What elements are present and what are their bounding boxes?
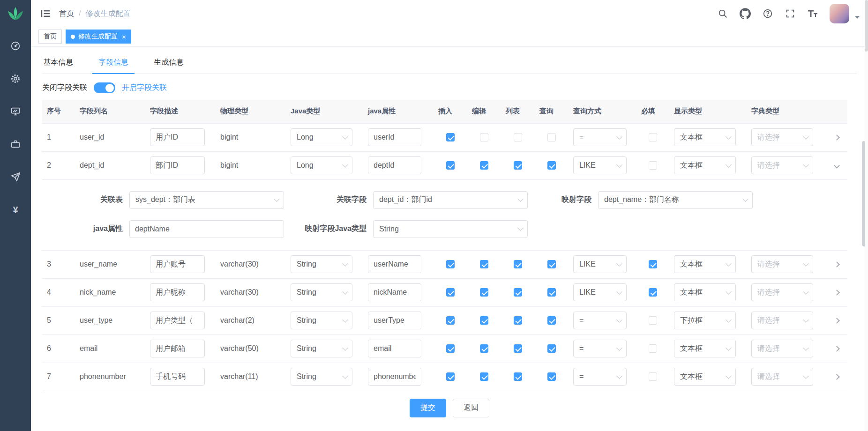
list-checkbox[interactable] [514, 372, 522, 381]
github-icon[interactable] [740, 8, 751, 19]
breadcrumb-home[interactable]: 首页 [59, 9, 74, 19]
field-relation-toggle[interactable] [94, 82, 115, 93]
search-icon[interactable] [717, 8, 728, 19]
tag-edit-gen-config[interactable]: 修改生成配置 × [66, 30, 131, 44]
list-checkbox[interactable] [514, 288, 522, 297]
display-type-select[interactable]: 文本框 [674, 128, 736, 146]
edit-checkbox[interactable] [480, 133, 488, 141]
query-type-select[interactable]: LIKE [573, 156, 627, 174]
required-checkbox[interactable] [649, 288, 657, 297]
list-checkbox[interactable] [514, 316, 522, 325]
java-type-select[interactable]: Long [291, 156, 352, 174]
required-checkbox[interactable] [649, 316, 657, 325]
java-type-select[interactable]: String [291, 312, 352, 329]
list-checkbox[interactable] [514, 260, 522, 268]
field-description-input[interactable] [150, 255, 205, 273]
detail-java-attr-input[interactable] [129, 220, 284, 238]
edit-checkbox[interactable] [480, 260, 488, 268]
display-type-select[interactable]: 文本框 [674, 340, 736, 357]
font-size-icon[interactable] [807, 8, 818, 19]
expand-row-icon[interactable] [834, 134, 840, 141]
field-description-input[interactable] [150, 368, 205, 386]
tab-field-info[interactable]: 字段信息 [86, 52, 141, 74]
insert-checkbox[interactable] [446, 260, 455, 268]
dict-type-select[interactable]: 请选择 [751, 255, 813, 273]
page-scrollbar[interactable] [865, 0, 868, 431]
query-type-select[interactable]: = [573, 312, 627, 329]
field-description-input[interactable] [150, 156, 205, 174]
gear-icon[interactable] [10, 73, 21, 84]
query-checkbox[interactable] [547, 288, 556, 297]
display-type-select[interactable]: 文本框 [674, 156, 736, 174]
insert-checkbox[interactable] [446, 316, 455, 325]
insert-checkbox[interactable] [446, 133, 455, 141]
java-type-select[interactable]: String [291, 283, 352, 301]
java-attribute-input[interactable] [368, 283, 421, 301]
edit-checkbox[interactable] [480, 344, 488, 353]
java-attribute-input[interactable] [368, 368, 421, 386]
expand-row-icon[interactable] [834, 318, 840, 324]
app-logo[interactable] [0, 0, 31, 29]
java-attribute-input[interactable] [368, 340, 421, 357]
collapse-row-icon[interactable] [834, 163, 840, 169]
insert-checkbox[interactable] [446, 288, 455, 297]
fullscreen-icon[interactable] [785, 8, 796, 19]
query-type-select[interactable]: LIKE [573, 255, 627, 273]
send-icon[interactable] [10, 171, 21, 183]
map-field-select[interactable]: dept_name：部门名称 [598, 191, 753, 209]
caret-down-icon[interactable] [855, 16, 860, 19]
submit-button[interactable]: 提交 [410, 399, 446, 417]
page-scrollbar-thumb[interactable] [865, 0, 868, 52]
dict-type-select[interactable]: 请选择 [751, 368, 813, 386]
back-button[interactable]: 返回 [453, 399, 489, 417]
query-checkbox[interactable] [547, 372, 556, 381]
field-description-input[interactable] [150, 340, 205, 357]
java-type-select[interactable]: Long [291, 128, 352, 146]
relation-field-select[interactable]: dept_id：部门id [373, 191, 528, 209]
close-icon[interactable]: × [122, 33, 126, 40]
tab-gen-info[interactable]: 生成信息 [141, 52, 196, 74]
required-checkbox[interactable] [649, 260, 657, 268]
java-type-select[interactable]: String [291, 368, 352, 386]
java-attribute-input[interactable] [368, 312, 421, 329]
insert-checkbox[interactable] [446, 344, 455, 353]
help-icon[interactable] [762, 8, 773, 19]
display-type-select[interactable]: 文本框 [674, 255, 736, 273]
edit-checkbox[interactable] [480, 372, 488, 381]
map-java-type-select[interactable]: String [373, 220, 528, 238]
monitor-icon[interactable] [10, 106, 21, 117]
yen-icon[interactable]: ¥ [10, 204, 21, 216]
expand-row-icon[interactable] [834, 290, 840, 296]
edit-checkbox[interactable] [480, 288, 488, 297]
tag-home[interactable]: 首页 [38, 30, 62, 44]
field-description-input[interactable] [150, 128, 205, 146]
display-type-select[interactable]: 文本框 [674, 283, 736, 301]
java-attribute-input[interactable] [368, 128, 421, 146]
java-type-select[interactable]: String [291, 340, 352, 357]
query-checkbox[interactable] [547, 344, 556, 353]
list-checkbox[interactable] [514, 344, 522, 353]
expand-row-icon[interactable] [834, 346, 840, 352]
sidebar-collapse-icon[interactable] [39, 7, 52, 20]
edit-checkbox[interactable] [480, 161, 488, 170]
dict-type-select[interactable]: 请选择 [751, 340, 813, 357]
dict-type-select[interactable]: 请选择 [751, 156, 813, 174]
insert-checkbox[interactable] [446, 372, 455, 381]
tab-basic-info[interactable]: 基本信息 [42, 52, 86, 74]
query-type-select[interactable]: LIKE [573, 283, 627, 301]
required-checkbox[interactable] [649, 161, 657, 170]
expand-row-icon[interactable] [834, 374, 840, 380]
query-type-select[interactable]: = [573, 340, 627, 357]
edit-checkbox[interactable] [480, 316, 488, 325]
query-checkbox[interactable] [547, 133, 556, 141]
dashboard-icon[interactable] [10, 40, 21, 52]
briefcase-icon[interactable] [10, 139, 21, 150]
query-checkbox[interactable] [547, 316, 556, 325]
dict-type-select[interactable]: 请选择 [751, 128, 813, 146]
field-description-input[interactable] [150, 283, 205, 301]
query-type-select[interactable]: = [573, 128, 627, 146]
java-attribute-input[interactable] [368, 255, 421, 273]
list-checkbox[interactable] [514, 133, 522, 141]
list-checkbox[interactable] [514, 161, 522, 170]
field-description-input[interactable] [150, 312, 205, 329]
